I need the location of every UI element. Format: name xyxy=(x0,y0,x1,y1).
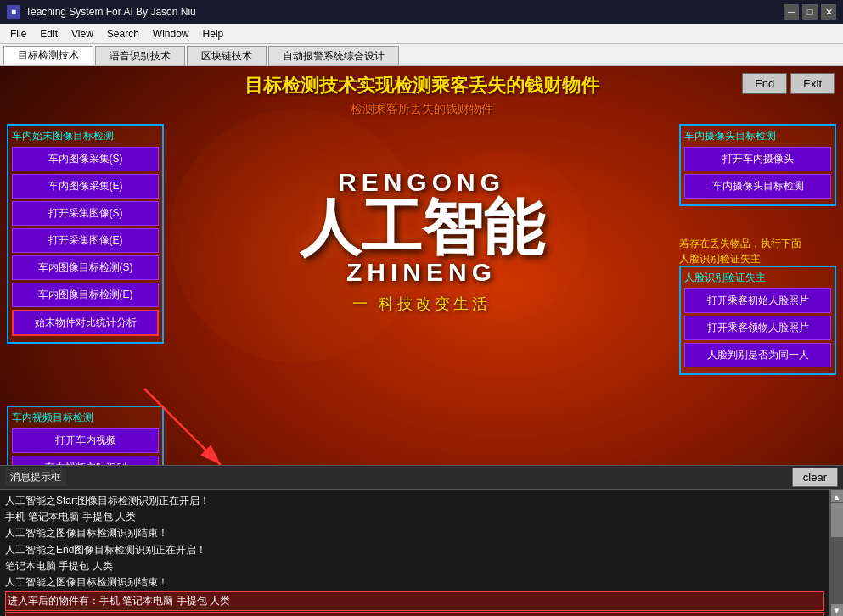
btn-face-verify[interactable]: 人脸判别是否为同一人 xyxy=(684,343,831,367)
btn-detect-start[interactable]: 车内图像目标检测(S) xyxy=(12,255,159,280)
btn-open-camera[interactable]: 打开车内摄像头 xyxy=(684,147,831,171)
right-panel-top: 车内摄像头目标检测 打开车内摄像头 车内摄像头目标检测 xyxy=(679,124,836,206)
main-content: 目标检测技术实现检测乘客丢失的钱财物件 检测乘客所丢失的钱财物件 End Exi… xyxy=(0,66,843,616)
window-title: Teaching System For AI By Jason Niu xyxy=(25,6,784,18)
left-panel-top: 车内始末图像目标检测 车内图像采集(S) 车内图像采集(E) 打开采集图像(S)… xyxy=(7,124,164,344)
clear-button[interactable]: clear xyxy=(792,468,838,487)
sub-title: 检测乘客所丢失的钱财物件 xyxy=(0,102,843,117)
left-panel-top-title: 车内始末图像目标检测 xyxy=(12,129,159,143)
top-right-buttons: End Exit xyxy=(742,73,835,94)
menu-search[interactable]: Search xyxy=(100,26,146,42)
tab-object-detection[interactable]: 目标检测技术 xyxy=(3,46,93,65)
app-icon: ■ xyxy=(7,5,20,19)
btn-open-video[interactable]: 打开车内视频 xyxy=(12,428,159,453)
right-panel-middle-label: 若存在丢失物品，执行下面人脸识别验证失主 xyxy=(679,236,836,266)
message-text-area[interactable]: 人工智能之Start图像目标检测识别正在开启！ 手机 笔记本电脑 手提包 人类 … xyxy=(0,490,829,616)
message-panel-header: 消息提示框 clear xyxy=(0,466,843,490)
end-button[interactable]: End xyxy=(742,73,787,94)
message-label: 消息提示框 xyxy=(5,468,66,486)
menu-view[interactable]: View xyxy=(65,26,100,42)
menu-help[interactable]: Help xyxy=(196,26,231,42)
msg-line-6: 进入车后的物件有：手机 笔记本电脑 手提包 人类 xyxy=(5,591,824,611)
right-panel-bottom-title: 人脸识别验证失主 xyxy=(684,271,831,285)
window-controls: ─ □ ✕ xyxy=(784,4,836,20)
scroll-thumb[interactable] xyxy=(831,503,843,537)
message-area: 消息提示框 clear 人工智能之Start图像目标检测识别正在开启！ 手机 笔… xyxy=(0,465,843,616)
menu-edit[interactable]: Edit xyxy=(33,26,65,42)
header-section: 目标检测技术实现检测乘客丢失的钱财物件 检测乘客所丢失的钱财物件 xyxy=(0,73,843,117)
msg-line-0: 人工智能之Start图像目标检测识别正在开启！ xyxy=(5,493,824,509)
scroll-up-button[interactable]: ▲ xyxy=(830,490,844,503)
scrollbar[interactable]: ▲ ▼ xyxy=(829,490,843,616)
tab-blockchain[interactable]: 区块链技术 xyxy=(187,46,267,65)
btn-camera-detect[interactable]: 车内摄像头目标检测 xyxy=(684,174,831,199)
title-bar: ■ Teaching System For AI By Jason Niu ─ … xyxy=(0,0,843,24)
tab-alarm-system[interactable]: 自动报警系统综合设计 xyxy=(268,46,399,65)
msg-line-1: 手机 笔记本电脑 手提包 人类 xyxy=(5,509,824,525)
tab-voice-recognition[interactable]: 语音识别技术 xyxy=(95,46,185,65)
close-button[interactable]: ✕ xyxy=(821,4,836,20)
btn-open-image-end[interactable]: 打开采集图像(E) xyxy=(12,228,159,253)
btn-open-claim-face[interactable]: 打开乘客领物人脸照片 xyxy=(684,316,831,340)
btn-compare-analysis[interactable]: 始末物件对比统计分析 xyxy=(12,310,159,336)
menu-file[interactable]: File xyxy=(3,26,33,42)
scroll-track[interactable] xyxy=(830,503,844,603)
maximize-button[interactable]: □ xyxy=(802,4,818,20)
msg-line-5: 人工智能之图像目标检测识别结束！ xyxy=(5,574,824,591)
btn-capture-start[interactable]: 车内图像采集(S) xyxy=(12,147,159,171)
menu-window[interactable]: Window xyxy=(146,26,196,42)
tab-bar: 目标检测技术 语音识别技术 区块链技术 自动报警系统综合设计 xyxy=(0,44,843,66)
btn-capture-end[interactable]: 车内图像采集(E) xyxy=(12,174,159,199)
minimize-button[interactable]: ─ xyxy=(784,4,799,20)
btn-open-initial-face[interactable]: 打开乘客初始人脸照片 xyxy=(684,288,831,313)
message-content-area: 人工智能之Start图像目标检测识别正在开启！ 手机 笔记本电脑 手提包 人类 … xyxy=(0,490,843,616)
msg-line-4: 笔记本电脑 手提包 人类 xyxy=(5,558,824,574)
exit-button[interactable]: Exit xyxy=(790,73,835,94)
btn-detect-end[interactable]: 车内图像目标检测(E) xyxy=(12,283,159,307)
msg-line-3: 人工智能之End图像目标检测识别正在开启！ xyxy=(5,542,824,558)
left-panel-bottom-title: 车内视频目标检测 xyxy=(12,411,159,425)
right-panel-bottom: 人脸识别验证失主 打开乘客初始人脸照片 打开乘客领物人脸照片 人脸判别是否为同一… xyxy=(679,266,836,375)
menu-bar: File Edit View Search Window Help xyxy=(0,24,843,44)
btn-open-image-start[interactable]: 打开采集图像(S) xyxy=(12,201,159,226)
scroll-down-button[interactable]: ▼ xyxy=(830,603,844,616)
main-title: 目标检测技术实现检测乘客丢失的钱财物件 xyxy=(0,73,843,98)
msg-line-7: 离开车后的物件有：笔记本电脑 手提包 人类 xyxy=(5,612,824,616)
msg-line-2: 人工智能之图像目标检测识别结束！ xyxy=(5,525,824,541)
right-panel-top-title: 车内摄像头目标检测 xyxy=(684,129,831,143)
